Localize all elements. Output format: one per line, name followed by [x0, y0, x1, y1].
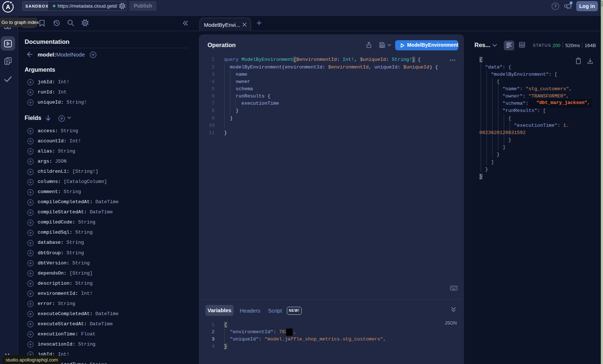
- svg-text:A: A: [6, 4, 10, 11]
- svg-text:?: ?: [554, 4, 557, 9]
